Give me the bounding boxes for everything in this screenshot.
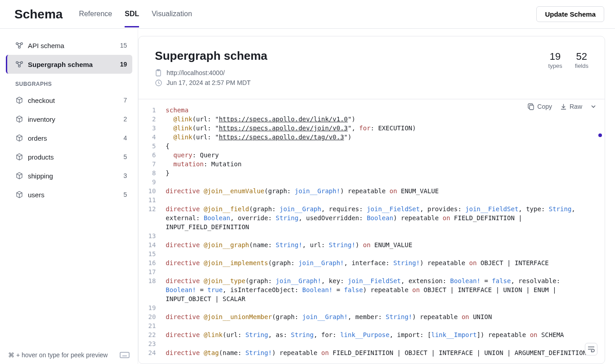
cube-icon	[15, 153, 23, 161]
raw-button[interactable]: Raw	[560, 103, 582, 110]
code-line: 5{	[139, 142, 605, 151]
graph-icon	[15, 41, 23, 49]
code-line: 23	[139, 339, 605, 348]
code-line: 9	[139, 178, 605, 186]
code-line: 2 @link(url: "https://specs.apollo.dev/l…	[139, 115, 605, 124]
code-line: 15	[139, 249, 605, 258]
code-line: INPUT_FIELD_DEFINITION	[139, 222, 605, 231]
clipboard-icon	[155, 69, 162, 76]
copy-button[interactable]: Copy	[528, 103, 552, 110]
sidebar-item-api-schema[interactable]: API schema15	[7, 36, 132, 55]
subgraph-item-shipping[interactable]: shipping3	[7, 166, 132, 185]
cube-icon	[15, 172, 23, 180]
svg-line-4	[18, 44, 19, 46]
sidebar-item-label: checkout	[28, 97, 55, 104]
wrap-toggle-button[interactable]	[585, 343, 597, 355]
graph-icon	[15, 60, 23, 68]
subgraph-item-checkout[interactable]: checkout7	[7, 91, 132, 110]
raw-label: Raw	[570, 103, 582, 110]
keyboard-icon	[120, 352, 130, 358]
sidebar-item-supergraph-schema[interactable]: Supergraph schema19	[6, 55, 132, 74]
svg-point-0	[16, 43, 18, 44]
tab-sdl[interactable]: SDL	[125, 1, 139, 27]
code-editor[interactable]: 1schema2 @link(url: "https://specs.apoll…	[139, 99, 605, 364]
code-line: 13	[139, 231, 605, 240]
nav-tabs: ReferenceSDLVisualization	[79, 1, 192, 27]
sidebar: API schema15Supergraph schema19 SUBGRAPH…	[0, 29, 138, 364]
svg-point-2	[18, 46, 20, 48]
subgraph-item-inventory[interactable]: inventory2	[7, 110, 132, 129]
stat-types: 19types	[548, 51, 562, 89]
copy-label: Copy	[537, 103, 552, 110]
panel-title: Supergraph schema	[155, 49, 548, 63]
update-schema-button[interactable]: Update Schema	[536, 6, 604, 22]
stat-fields: 52fields	[575, 51, 588, 89]
sidebar-item-count: 5	[124, 153, 127, 160]
svg-point-1	[21, 43, 22, 44]
svg-point-6	[16, 62, 18, 63]
code-line: INPUT_OBJECT | SCALAR	[139, 294, 605, 303]
code-line: external: Boolean, override: String, use…	[139, 213, 605, 222]
code-line: 7 mutation: Mutation	[139, 160, 605, 169]
svg-line-10	[18, 63, 19, 65]
cube-icon	[15, 134, 23, 142]
svg-point-7	[21, 62, 22, 63]
expand-toggle[interactable]	[590, 103, 597, 110]
code-line: 22directive @link(url: String, as: Strin…	[139, 330, 605, 339]
sidebar-item-count: 19	[120, 61, 127, 68]
svg-line-11	[20, 63, 21, 65]
sidebar-item-count: 4	[124, 134, 127, 142]
schema-panel: Supergraph schema http://localhost:4000/…	[138, 36, 605, 364]
schema-url: http://localhost:4000/	[166, 69, 224, 76]
schema-timestamp: Jun 17, 2024 at 2:57 PM MDT	[166, 79, 251, 86]
svg-line-5	[20, 44, 21, 46]
code-line: 3 @link(url: "https://specs.apollo.dev/j…	[139, 124, 605, 133]
code-line: 14directive @join__graph(name: String!, …	[139, 240, 605, 249]
minimap-indicator	[598, 133, 602, 137]
code-line: 6 query: Query	[139, 151, 605, 160]
code-line: 10directive @join__enumValue(graph: join…	[139, 186, 605, 195]
code-line: 12directive @join__field(graph: join__Gr…	[139, 204, 605, 213]
code-line: 11	[139, 195, 605, 204]
code-line: 16directive @join__implements(graph: joi…	[139, 258, 605, 267]
stat-number: 52	[575, 51, 588, 62]
subgraph-item-products[interactable]: products5	[7, 147, 132, 166]
sidebar-item-label: inventory	[28, 115, 55, 123]
tab-visualization[interactable]: Visualization	[152, 1, 192, 27]
sidebar-item-count: 7	[124, 97, 127, 104]
sidebar-item-label: API schema	[28, 42, 64, 49]
sidebar-item-label: products	[28, 153, 54, 161]
header: Schema ReferenceSDLVisualization Update …	[0, 0, 615, 29]
stat-number: 19	[548, 51, 562, 62]
code-line: 18directive @join__type(graph: join__Gra…	[139, 276, 605, 285]
svg-point-8	[18, 65, 20, 67]
svg-rect-27	[530, 105, 534, 110]
code-line: 20directive @join__unionMember(graph: jo…	[139, 312, 605, 321]
cube-icon	[15, 191, 23, 199]
sidebar-item-count: 15	[120, 42, 127, 49]
subgraph-item-orders[interactable]: orders4	[7, 129, 132, 147]
cube-icon	[15, 115, 23, 123]
tab-reference[interactable]: Reference	[79, 1, 112, 27]
stat-label: types	[548, 62, 562, 69]
sidebar-item-count: 3	[124, 172, 127, 179]
code-line: 21	[139, 321, 605, 330]
sidebar-item-label: users	[28, 191, 45, 199]
sidebar-item-label: shipping	[28, 172, 53, 180]
app-title: Schema	[14, 7, 63, 22]
clock-icon	[155, 79, 162, 86]
subgraph-item-users[interactable]: users5	[7, 185, 132, 204]
stat-label: fields	[575, 62, 588, 69]
code-line: 19	[139, 303, 605, 312]
sidebar-item-label: orders	[28, 134, 47, 142]
code-line: 8}	[139, 169, 605, 178]
sidebar-footer: ⌘ + hover on type for peek preview	[0, 346, 138, 364]
subgraphs-heading: SUBGRAPHS	[7, 74, 132, 91]
code-line: 4 @link(url: "https://specs.apollo.dev/t…	[139, 133, 605, 142]
sidebar-item-label: Supergraph schema	[28, 61, 93, 68]
sidebar-item-count: 5	[124, 191, 127, 198]
code-line: 17	[139, 267, 605, 276]
svg-rect-18	[120, 352, 129, 358]
code-line: 24directive @tag(name: String!) repeatab…	[139, 348, 605, 357]
cube-icon	[15, 96, 23, 104]
